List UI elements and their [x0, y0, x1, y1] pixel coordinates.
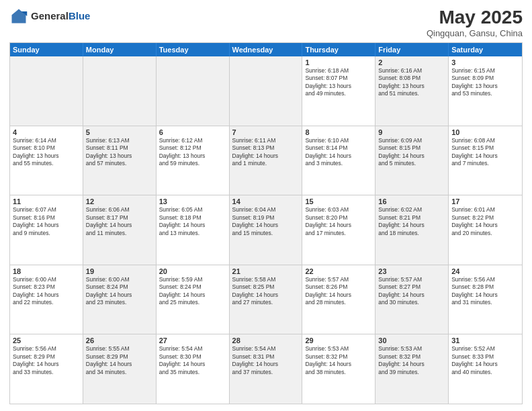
day-info: Sunrise: 5:54 AM Sunset: 8:31 PM Dayligh…	[232, 345, 300, 376]
day-number: 5	[86, 128, 153, 136]
day-info: Sunrise: 5:59 AM Sunset: 8:24 PM Dayligh…	[159, 276, 226, 307]
week-row-1: 4Sunrise: 6:14 AM Sunset: 8:10 PM Daylig…	[10, 126, 522, 196]
calendar-body: 1Sunrise: 6:18 AM Sunset: 8:07 PM Daylig…	[10, 56, 522, 404]
day-cell-4: 4Sunrise: 6:14 AM Sunset: 8:10 PM Daylig…	[10, 126, 83, 195]
day-info: Sunrise: 6:15 AM Sunset: 8:09 PM Dayligh…	[451, 67, 519, 98]
day-cell-17: 17Sunrise: 6:01 AM Sunset: 8:22 PM Dayli…	[449, 195, 522, 265]
day-cell-2: 2Sunrise: 6:16 AM Sunset: 8:08 PM Daylig…	[375, 56, 449, 126]
day-cell-22: 22Sunrise: 5:57 AM Sunset: 8:26 PM Dayli…	[302, 265, 375, 334]
day-cell-31: 31Sunrise: 5:52 AM Sunset: 8:33 PM Dayli…	[449, 334, 522, 404]
svg-marker-1	[12, 9, 26, 24]
day-info: Sunrise: 6:00 AM Sunset: 8:24 PM Dayligh…	[86, 276, 153, 307]
day-info: Sunrise: 6:07 AM Sunset: 8:16 PM Dayligh…	[13, 206, 80, 237]
day-cell-28: 28Sunrise: 5:54 AM Sunset: 8:31 PM Dayli…	[230, 334, 303, 404]
day-info: Sunrise: 6:09 AM Sunset: 8:15 PM Dayligh…	[378, 137, 445, 168]
week-row-2: 11Sunrise: 6:07 AM Sunset: 8:16 PM Dayli…	[10, 195, 522, 265]
logo: GeneralBlue	[9, 7, 90, 26]
day-info: Sunrise: 6:13 AM Sunset: 8:11 PM Dayligh…	[86, 137, 153, 168]
day-number: 28	[232, 336, 300, 345]
day-number: 11	[13, 197, 80, 205]
day-cell-27: 27Sunrise: 5:54 AM Sunset: 8:30 PM Dayli…	[157, 334, 230, 404]
header-day-tuesday: Tuesday	[157, 43, 230, 56]
day-number: 27	[159, 336, 226, 345]
logo-text: GeneralBlue	[31, 10, 90, 22]
header-day-thursday: Thursday	[302, 43, 375, 56]
day-number: 16	[378, 197, 445, 205]
day-cell-21: 21Sunrise: 5:58 AM Sunset: 8:25 PM Dayli…	[230, 265, 303, 334]
day-info: Sunrise: 5:55 AM Sunset: 8:29 PM Dayligh…	[86, 345, 153, 376]
day-cell-8: 8Sunrise: 6:10 AM Sunset: 8:14 PM Daylig…	[302, 126, 375, 195]
empty-cell	[230, 56, 303, 126]
day-info: Sunrise: 5:52 AM Sunset: 8:33 PM Dayligh…	[451, 345, 519, 376]
day-number: 25	[13, 336, 80, 345]
day-cell-12: 12Sunrise: 6:06 AM Sunset: 8:17 PM Dayli…	[83, 195, 157, 265]
day-info: Sunrise: 6:05 AM Sunset: 8:18 PM Dayligh…	[159, 206, 226, 237]
day-cell-29: 29Sunrise: 5:53 AM Sunset: 8:32 PM Dayli…	[302, 334, 375, 404]
empty-cell	[157, 56, 230, 126]
day-cell-5: 5Sunrise: 6:13 AM Sunset: 8:11 PM Daylig…	[83, 126, 157, 195]
week-row-0: 1Sunrise: 6:18 AM Sunset: 8:07 PM Daylig…	[10, 56, 522, 126]
day-cell-14: 14Sunrise: 6:04 AM Sunset: 8:19 PM Dayli…	[230, 195, 303, 265]
day-info: Sunrise: 5:56 AM Sunset: 8:29 PM Dayligh…	[13, 345, 80, 376]
day-info: Sunrise: 6:12 AM Sunset: 8:12 PM Dayligh…	[159, 137, 226, 168]
day-number: 29	[305, 336, 372, 345]
day-cell-7: 7Sunrise: 6:11 AM Sunset: 8:13 PM Daylig…	[230, 126, 303, 195]
day-info: Sunrise: 6:10 AM Sunset: 8:14 PM Dayligh…	[305, 137, 372, 168]
header: GeneralBlue May 2025 Qingquan, Gansu, Ch…	[9, 7, 523, 38]
day-info: Sunrise: 5:54 AM Sunset: 8:30 PM Dayligh…	[159, 345, 226, 376]
day-number: 20	[159, 267, 226, 275]
logo-icon	[9, 7, 28, 26]
day-cell-23: 23Sunrise: 5:57 AM Sunset: 8:27 PM Dayli…	[375, 265, 449, 334]
day-cell-26: 26Sunrise: 5:55 AM Sunset: 8:29 PM Dayli…	[83, 334, 157, 404]
header-day-wednesday: Wednesday	[230, 43, 303, 56]
day-number: 3	[451, 58, 519, 66]
calendar-title: May 2025	[427, 7, 523, 28]
day-number: 13	[159, 197, 226, 205]
day-number: 7	[232, 128, 300, 136]
day-info: Sunrise: 6:00 AM Sunset: 8:23 PM Dayligh…	[13, 276, 80, 307]
day-number: 9	[378, 128, 445, 136]
day-cell-16: 16Sunrise: 6:02 AM Sunset: 8:21 PM Dayli…	[375, 195, 449, 265]
day-info: Sunrise: 5:58 AM Sunset: 8:25 PM Dayligh…	[232, 276, 300, 307]
day-number: 15	[305, 197, 372, 205]
day-number: 26	[86, 336, 153, 345]
day-cell-25: 25Sunrise: 5:56 AM Sunset: 8:29 PM Dayli…	[10, 334, 83, 404]
day-number: 18	[13, 267, 80, 275]
day-number: 24	[451, 267, 519, 275]
day-info: Sunrise: 6:01 AM Sunset: 8:22 PM Dayligh…	[451, 206, 519, 237]
day-number: 10	[451, 128, 519, 136]
day-info: Sunrise: 6:08 AM Sunset: 8:15 PM Dayligh…	[451, 137, 519, 168]
day-cell-18: 18Sunrise: 6:00 AM Sunset: 8:23 PM Dayli…	[10, 265, 83, 334]
day-number: 4	[13, 128, 80, 136]
day-number: 31	[451, 336, 519, 345]
day-info: Sunrise: 6:04 AM Sunset: 8:19 PM Dayligh…	[232, 206, 300, 237]
day-cell-15: 15Sunrise: 6:03 AM Sunset: 8:20 PM Dayli…	[302, 195, 375, 265]
day-info: Sunrise: 5:56 AM Sunset: 8:28 PM Dayligh…	[451, 276, 519, 307]
day-cell-9: 9Sunrise: 6:09 AM Sunset: 8:15 PM Daylig…	[375, 126, 449, 195]
day-info: Sunrise: 6:11 AM Sunset: 8:13 PM Dayligh…	[232, 137, 300, 168]
day-info: Sunrise: 6:02 AM Sunset: 8:21 PM Dayligh…	[378, 206, 445, 237]
day-info: Sunrise: 5:53 AM Sunset: 8:32 PM Dayligh…	[305, 345, 372, 376]
day-cell-24: 24Sunrise: 5:56 AM Sunset: 8:28 PM Dayli…	[449, 265, 522, 334]
empty-cell	[10, 56, 83, 126]
day-number: 14	[232, 197, 300, 205]
day-number: 12	[86, 197, 153, 205]
day-cell-30: 30Sunrise: 5:53 AM Sunset: 8:32 PM Dayli…	[375, 334, 449, 404]
day-number: 2	[378, 58, 445, 66]
day-number: 1	[305, 58, 372, 66]
empty-cell	[83, 56, 157, 126]
week-row-3: 18Sunrise: 6:00 AM Sunset: 8:23 PM Dayli…	[10, 265, 522, 335]
logo-general: GeneralBlue	[31, 10, 90, 22]
day-info: Sunrise: 5:57 AM Sunset: 8:27 PM Dayligh…	[378, 276, 445, 307]
header-day-sunday: Sunday	[10, 43, 83, 56]
calendar-header: SundayMondayTuesdayWednesdayThursdayFrid…	[10, 43, 522, 56]
day-number: 17	[451, 197, 519, 205]
day-number: 6	[159, 128, 226, 136]
day-cell-20: 20Sunrise: 5:59 AM Sunset: 8:24 PM Dayli…	[157, 265, 230, 334]
day-cell-19: 19Sunrise: 6:00 AM Sunset: 8:24 PM Dayli…	[83, 265, 157, 334]
day-info: Sunrise: 6:16 AM Sunset: 8:08 PM Dayligh…	[378, 67, 445, 98]
day-info: Sunrise: 6:06 AM Sunset: 8:17 PM Dayligh…	[86, 206, 153, 237]
day-cell-13: 13Sunrise: 6:05 AM Sunset: 8:18 PM Dayli…	[157, 195, 230, 265]
day-cell-11: 11Sunrise: 6:07 AM Sunset: 8:16 PM Dayli…	[10, 195, 83, 265]
day-info: Sunrise: 6:14 AM Sunset: 8:10 PM Dayligh…	[13, 137, 80, 168]
